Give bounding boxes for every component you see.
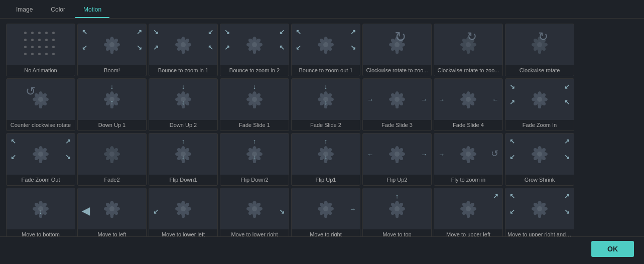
svg-rect-329: [467, 214, 470, 218]
animation-card-fade-slide-3[interactable]: →→Fade Slide 3: [362, 78, 432, 131]
animation-card-move-lower-right[interactable]: ↘Move to lower right: [220, 188, 289, 236]
animation-card-clockwise-rotate[interactable]: ↻Clockwise rotate: [505, 24, 574, 76]
animation-card-fade-slide-1[interactable]: ↓Fade Slide 1: [220, 78, 289, 131]
animation-label-move-lower-right: Move to lower right: [220, 229, 289, 236]
svg-rect-186: [110, 159, 113, 163]
svg-rect-340: [538, 214, 541, 218]
svg-point-152: [466, 97, 471, 102]
animation-card-down-up-1[interactable]: ↓↑Down Up 1: [77, 78, 147, 131]
footer: OK: [0, 236, 644, 260]
svg-point-86: [38, 97, 43, 102]
svg-rect-318: [396, 214, 399, 218]
animation-label-fade-slide-1: Fade Slide 1: [220, 120, 289, 130]
animation-label-fade-slide-2: Fade Slide 2: [292, 120, 360, 130]
animation-label-no-animation: No Animation: [7, 65, 75, 76]
svg-point-295: [252, 206, 257, 211]
animation-grid: No Animation ↖↗↙↘Boom! ↘↙↗↖Bounce to zoo…: [0, 19, 644, 236]
animation-card-fade-slide-4[interactable]: →←Fade Slide 4: [434, 78, 503, 131]
svg-rect-241: [467, 159, 470, 163]
svg-rect-142: [396, 104, 399, 108]
tab-color[interactable]: Color: [43, 3, 73, 18]
animation-card-bounce-zoom-in-2[interactable]: ↘↙↗↖Bounce to zoom in 2: [220, 24, 289, 76]
svg-rect-175: [39, 159, 42, 163]
animation-card-down-up-2[interactable]: ↓↓Down Up 2: [149, 78, 218, 131]
animation-label-fade2: Fade2: [78, 175, 146, 185]
animation-card-bounce-zoom-out-1[interactable]: ↖↗↙↘Bounce to zoom out 1: [291, 24, 360, 76]
svg-rect-76: [538, 50, 541, 54]
svg-point-229: [395, 152, 400, 157]
animation-label-move-upper-right: Move to upper right and ...: [505, 229, 574, 236]
animation-label-boom: Boom!: [78, 65, 146, 76]
animation-label-clockwise-rotate-zoo2: Clockwise rotate to zoo...: [434, 65, 502, 76]
animation-card-move-upper-right[interactable]: ↖↗↙↘Move to upper right and ...: [505, 188, 574, 236]
animation-card-move-right[interactable]: →Move to right: [291, 188, 360, 236]
svg-point-339: [537, 206, 542, 211]
animation-label-bounce-zoom-in-1: Bounce to zoom in 1: [149, 65, 217, 76]
svg-rect-43: [324, 50, 327, 54]
svg-point-251: [537, 152, 542, 157]
animation-label-counter-clockwise: Counter clockwise rotate: [7, 120, 75, 130]
svg-point-42: [323, 42, 328, 47]
animation-card-flip-up1[interactable]: ↑↓Flip Up1: [291, 133, 360, 186]
animation-card-fade2[interactable]: Fade2: [77, 133, 147, 186]
animation-card-boom[interactable]: ↖↗↙↘Boom!: [77, 24, 147, 76]
svg-point-185: [109, 152, 114, 157]
animation-card-counter-clockwise[interactable]: ↺Counter clockwise rotate: [6, 78, 75, 131]
animation-label-bounce-zoom-in-2: Bounce to zoom in 2: [220, 65, 289, 76]
svg-point-31: [252, 42, 257, 47]
animation-card-fly-to-zoom[interactable]: →↺Fly to zoom in: [434, 133, 503, 186]
svg-point-20: [181, 42, 186, 47]
tabs-bar: Image Color Motion: [0, 0, 644, 19]
animation-card-grow-shrink[interactable]: ↖↗↙↘Grow Shrink: [505, 133, 574, 186]
svg-point-163: [537, 97, 542, 102]
svg-rect-32: [253, 50, 256, 54]
animation-label-fade-zoom-out: Fade Zoom Out: [7, 175, 75, 185]
animation-card-move-top[interactable]: ↑Move to top: [362, 188, 432, 236]
svg-rect-252: [538, 159, 541, 163]
svg-point-174: [38, 152, 43, 157]
tab-motion[interactable]: Motion: [75, 3, 109, 18]
animation-card-no-animation[interactable]: No Animation: [6, 24, 75, 76]
tab-image[interactable]: Image: [8, 3, 41, 18]
svg-rect-230: [396, 159, 399, 163]
animation-card-move-upper-left[interactable]: ↗Move to upper left: [434, 188, 503, 236]
animation-label-flip-down1: Flip Down1: [149, 175, 217, 185]
svg-point-317: [395, 206, 400, 211]
svg-rect-120: [253, 104, 256, 108]
animation-card-fade-zoom-in[interactable]: ↘↙↗↖Fade Zoom In: [505, 78, 574, 131]
animation-label-move-bottom: Move to bottom: [7, 229, 75, 236]
animation-card-move-left[interactable]: ◀Move to left: [77, 188, 147, 236]
animation-card-flip-down2[interactable]: ↑↓Flip Down2: [220, 133, 289, 186]
svg-point-141: [395, 97, 400, 102]
animation-card-fade-slide-2[interactable]: ↓↓Fade Slide 2: [291, 78, 360, 131]
animation-card-bounce-zoom-in-1[interactable]: ↘↙↗↖Bounce to zoom in 1: [149, 24, 218, 76]
svg-rect-307: [324, 214, 327, 218]
animation-label-down-up-2: Down Up 2: [149, 120, 217, 130]
animation-card-clockwise-rotate-zoo1[interactable]: ↻Clockwise rotate to zoo...: [362, 24, 432, 76]
svg-point-284: [181, 206, 186, 211]
svg-rect-87: [39, 104, 42, 108]
svg-point-9: [109, 42, 114, 47]
animation-card-clockwise-rotate-zoo2[interactable]: ↻Clockwise rotate to zoo...: [434, 24, 503, 76]
animation-card-flip-up2[interactable]: ←→Flip Up2: [362, 133, 432, 186]
animation-card-flip-down1[interactable]: ↑↓Flip Down1: [149, 133, 218, 186]
ok-button[interactable]: OK: [591, 241, 634, 257]
animation-label-down-up-1: Down Up 1: [78, 120, 146, 130]
animation-label-move-top: Move to top: [363, 229, 431, 236]
svg-rect-54: [396, 50, 399, 54]
svg-rect-10: [110, 50, 113, 54]
animation-label-clockwise-rotate-zoo1: Clockwise rotate to zoo...: [363, 65, 431, 76]
animation-label-move-right: Move to right: [292, 229, 360, 236]
animation-card-move-lower-left[interactable]: ↙Move to lower left: [149, 188, 218, 236]
animation-label-move-left: Move to left: [78, 229, 146, 236]
animation-label-clockwise-rotate: Clockwise rotate: [505, 65, 574, 76]
svg-point-273: [109, 206, 114, 211]
animation-label-fade-slide-4: Fade Slide 4: [434, 120, 502, 130]
svg-point-328: [466, 206, 471, 211]
svg-point-119: [252, 97, 257, 102]
animation-card-fade-zoom-out[interactable]: ↖↗↙↘Fade Zoom Out: [6, 133, 75, 186]
svg-rect-164: [538, 104, 541, 108]
svg-point-240: [466, 152, 471, 157]
animation-card-move-bottom[interactable]: ↓Move to bottom: [6, 188, 75, 236]
animation-label-fade-slide-3: Fade Slide 3: [363, 120, 431, 130]
